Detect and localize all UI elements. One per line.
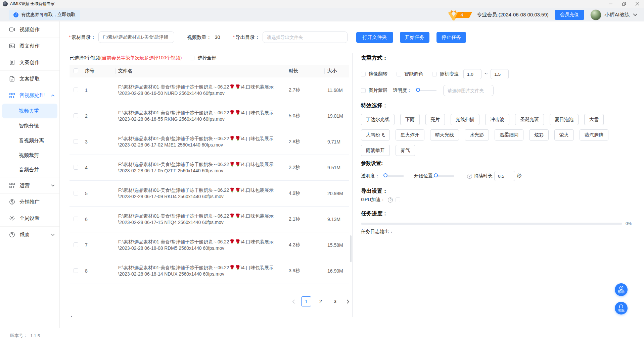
row-checkbox[interactable] <box>74 88 78 92</box>
user-avatar[interactable] <box>590 9 601 20</box>
sidebar-subitem-video-dedup[interactable]: 视频去重 <box>2 104 57 118</box>
row-duration: 2.8秒 <box>289 139 327 145</box>
sidebar-item-label: 全局设置 <box>19 215 40 222</box>
page-button[interactable]: 1 <box>301 296 311 306</box>
list-scrollbar-thumb[interactable] <box>350 235 352 262</box>
effect-button[interactable]: 冲击波 <box>485 114 509 125</box>
next-page-button[interactable] <box>344 296 351 306</box>
recharge-button[interactable]: 会员充值 <box>555 10 584 20</box>
duration-help-icon[interactable]: ? <box>467 174 472 179</box>
restore-button[interactable] <box>617 0 631 8</box>
effect-button[interactable]: 星火炸开 <box>396 129 424 140</box>
speed-max-input[interactable] <box>491 69 509 79</box>
effect-button[interactable]: 温柔细闪 <box>495 129 523 140</box>
effect-button[interactable]: 下雨 <box>400 114 420 125</box>
mask-opacity-label: 透明度： <box>393 88 412 94</box>
row-checkbox[interactable] <box>74 165 78 170</box>
open-folder-button[interactable]: 打开文件夹 <box>356 32 394 43</box>
param-start-slider[interactable] <box>435 175 454 177</box>
row-filename-line2: \2023-02-28 06-17-09 RKU4 2560x1440 60fp… <box>118 194 224 199</box>
random-speed-checkbox[interactable] <box>432 72 437 76</box>
page-button[interactable]: 2 <box>316 296 326 306</box>
video-count-group: 视频数量： 30 <box>187 34 220 41</box>
float-service-label: 客服 <box>618 309 625 312</box>
row-checkbox[interactable] <box>74 268 78 273</box>
mask-opacity-slider[interactable] <box>417 90 436 91</box>
start-task-button[interactable]: 开始任务 <box>400 32 429 43</box>
table-row: 4 F:\素材\选品素材\01-美食\盐津铺子冻干酸奶块～06.22🌹🌹\4.口… <box>70 155 349 181</box>
gpu-checkbox[interactable] <box>396 197 400 202</box>
smart-color-checkbox[interactable] <box>397 72 401 76</box>
effect-button[interactable]: 炫彩 <box>529 129 549 140</box>
question-circle-icon <box>619 286 624 290</box>
slider-knob[interactable] <box>434 173 438 177</box>
export-dir-input[interactable] <box>263 32 348 43</box>
effect-button[interactable]: 晴天光线 <box>430 129 459 140</box>
effect-button[interactable]: 丁达尔光线 <box>361 114 395 125</box>
effect-button[interactable]: 雨滴晕开 <box>361 145 390 156</box>
effect-button[interactable]: 萤火 <box>554 129 574 140</box>
row-index: 6 <box>85 217 118 222</box>
float-service-button[interactable]: 客服 <box>615 302 628 315</box>
mirror-flip-checkbox[interactable] <box>361 72 366 76</box>
sidebar-item-global-settings[interactable]: 全局设置 <box>0 210 59 227</box>
slider-knob[interactable] <box>416 88 420 92</box>
row-size: 9.71M <box>327 139 349 145</box>
mask-folder-input[interactable] <box>443 85 494 96</box>
duration-input[interactable] <box>494 171 515 181</box>
slider-knob[interactable] <box>383 173 387 177</box>
row-checkbox[interactable] <box>74 139 78 144</box>
sidebar-item-operation[interactable]: 运营 <box>0 177 59 194</box>
document-icon <box>9 59 15 65</box>
user-menu-chevron-icon[interactable] <box>633 13 637 16</box>
sidebar-item-image-create[interactable]: 图文创作 <box>0 38 59 54</box>
row-checkbox[interactable] <box>74 113 78 118</box>
params-section-title: 参数设置: <box>361 160 632 167</box>
sidebar-subitem-label: 智能分镜 <box>19 123 39 129</box>
page-button[interactable]: 3 <box>330 296 340 306</box>
prev-page-button[interactable] <box>290 296 297 306</box>
effect-button[interactable]: 亮片 <box>425 114 445 125</box>
effect-button[interactable]: 夏日泡泡 <box>550 114 579 125</box>
param-opacity-slider[interactable] <box>384 175 404 177</box>
effect-button[interactable]: 大雪纷飞 <box>361 129 390 140</box>
random-speed-label: 随机变速 <box>440 71 459 77</box>
sidebar-subitem-storyboard[interactable]: 智能分镜 <box>0 118 59 133</box>
close-button[interactable] <box>631 0 644 8</box>
version-label: 版本号： <box>10 333 28 339</box>
sidebar-item-video-create[interactable]: 视频创作 <box>0 21 59 38</box>
sidebar-item-copy-extract[interactable]: 文案提取 <box>0 71 59 87</box>
sidebar-item-copy-create[interactable]: 文案创作 <box>0 54 59 71</box>
sidebar-subitem-video-crop[interactable]: 视频裁剪 <box>0 148 59 163</box>
membership-expiry-text: 专业会员:(2024-06-08 00:03:59) <box>477 12 548 18</box>
header-checkbox[interactable] <box>74 68 78 73</box>
effect-button[interactable]: 蒸汽腾腾 <box>580 129 608 140</box>
effect-button[interactable]: 水光影 <box>465 129 489 140</box>
row-checkbox[interactable] <box>74 217 78 221</box>
minimize-button[interactable] <box>604 0 617 8</box>
col-header-duration: 时长 <box>289 68 327 74</box>
select-all-checkbox[interactable] <box>190 56 194 60</box>
effect-button[interactable]: 光线扫描 <box>451 114 479 125</box>
gpu-help-icon[interactable]: ? <box>388 197 393 203</box>
sidebar-subitem-audio-merge[interactable]: 音频合并 <box>0 163 59 177</box>
stop-task-button[interactable]: 停止任务 <box>436 32 466 43</box>
speed-min-input[interactable] <box>463 69 481 79</box>
material-dir-input[interactable] <box>98 32 174 43</box>
image-mask-checkbox[interactable] <box>361 88 366 93</box>
effect-button[interactable]: 大雪 <box>584 114 604 125</box>
row-filename-line1: F:\素材\选品素材\01-美食\盐津铺子冻干酸奶块～06.22🌹🌹\4.口味包… <box>118 162 274 167</box>
sidebar-item-help[interactable]: 帮助 <box>0 227 59 243</box>
smart-color-option: 智能调色 <box>397 71 423 77</box>
float-help-button[interactable]: 帮助 <box>615 283 628 296</box>
effect-button[interactable]: 圣诞光斑 <box>515 114 544 125</box>
sidebar-subitem-av-separate[interactable]: 音视频分离 <box>0 133 59 148</box>
effect-button[interactable]: 雾气 <box>396 145 415 156</box>
sidebar-item-distribution[interactable]: 分销推广 <box>0 194 59 210</box>
coupon-notice-banner[interactable]: i 有优惠券可领取，立即领取 <box>9 10 80 20</box>
sidebar-item-av-process[interactable]: 音视频处理 <box>0 87 59 104</box>
row-checkbox[interactable] <box>74 242 78 247</box>
dollar-circle-icon <box>9 199 15 205</box>
row-index: 5 <box>85 191 118 196</box>
row-checkbox[interactable] <box>74 191 78 195</box>
